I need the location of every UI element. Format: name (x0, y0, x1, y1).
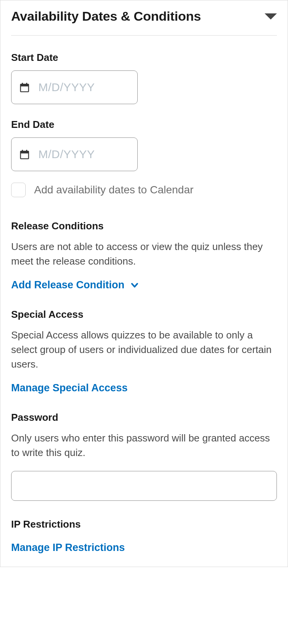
start-date-label: Start Date (11, 52, 277, 64)
end-date-label: End Date (11, 119, 277, 131)
svg-rect-1 (21, 84, 29, 87)
panel-header: Availability Dates & Conditions (11, 9, 277, 36)
chevron-down-icon (130, 281, 139, 290)
password-description: Only users who enter this password will … (11, 431, 277, 460)
svg-rect-5 (21, 151, 29, 154)
special-access-description: Special Access allows quizzes to be avai… (11, 328, 277, 371)
svg-rect-3 (26, 83, 27, 85)
svg-rect-2 (22, 83, 23, 85)
release-conditions-section: Release Conditions Users are not able to… (11, 220, 277, 291)
collapse-icon[interactable] (265, 13, 277, 20)
end-date-input-wrapper[interactable] (11, 137, 138, 171)
start-date-input-wrapper[interactable] (11, 70, 138, 104)
calendar-icon (19, 149, 30, 160)
manage-special-access-label: Manage Special Access (11, 382, 128, 394)
release-conditions-title: Release Conditions (11, 220, 277, 232)
password-section: Password Only users who enter this passw… (11, 412, 277, 500)
end-date-field: End Date (11, 119, 277, 171)
start-date-field: Start Date (11, 52, 277, 104)
calendar-icon (19, 82, 30, 93)
ip-restrictions-section: IP Restrictions Manage IP Restrictions (11, 518, 277, 554)
manage-ip-restrictions-button[interactable]: Manage IP Restrictions (11, 542, 125, 554)
panel-title: Availability Dates & Conditions (11, 9, 201, 24)
password-title: Password (11, 412, 277, 423)
calendar-checkbox-label: Add availability dates to Calendar (34, 184, 194, 196)
special-access-title: Special Access (11, 309, 277, 320)
svg-rect-6 (22, 150, 23, 152)
ip-restrictions-title: IP Restrictions (11, 518, 277, 530)
start-date-input[interactable] (38, 81, 130, 94)
availability-panel: Availability Dates & Conditions Start Da… (0, 0, 288, 567)
calendar-checkbox-row[interactable]: Add availability dates to Calendar (11, 183, 277, 197)
add-release-condition-button[interactable]: Add Release Condition (11, 279, 139, 291)
special-access-section: Special Access Special Access allows qui… (11, 309, 277, 394)
calendar-checkbox[interactable] (11, 183, 26, 197)
end-date-input[interactable] (38, 148, 130, 161)
manage-ip-restrictions-label: Manage IP Restrictions (11, 542, 125, 554)
release-conditions-description: Users are not able to access or view the… (11, 240, 277, 268)
password-input[interactable] (11, 471, 277, 501)
manage-special-access-button[interactable]: Manage Special Access (11, 382, 128, 394)
svg-rect-7 (26, 150, 27, 152)
add-release-condition-label: Add Release Condition (11, 279, 125, 291)
